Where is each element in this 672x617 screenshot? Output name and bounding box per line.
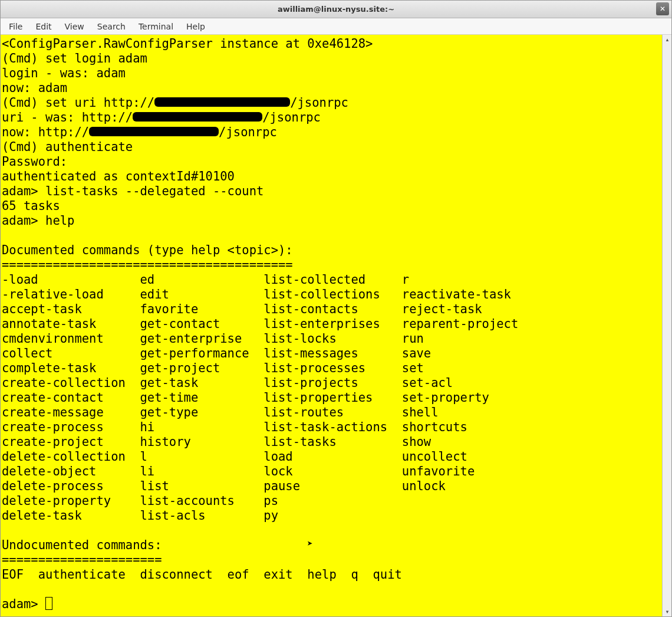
term-line: login - was: adam <box>2 66 126 80</box>
term-line: adam> help <box>2 214 74 228</box>
term-line: ====================== <box>2 553 162 567</box>
term-line: Documented commands (type help <topic>): <box>2 243 293 257</box>
term-line: (Cmd) set uri http:// <box>2 96 154 110</box>
term-line: (Cmd) set login adam <box>2 51 147 65</box>
term-line: now: http:// <box>2 125 89 139</box>
close-icon: ✕ <box>660 5 666 13</box>
text-cursor <box>45 597 52 610</box>
term-line: 65 tasks <box>2 199 60 213</box>
term-line: authenticated as contextId#10100 <box>2 169 235 183</box>
command-table: -load ed list-collected r -relative-load… <box>2 273 518 523</box>
term-line: ======================================== <box>2 258 293 272</box>
redacted-text <box>154 97 290 107</box>
term-line: /jsonrpc <box>219 125 277 139</box>
redacted-text <box>89 127 219 136</box>
menu-help[interactable]: Help <box>182 19 210 34</box>
menu-terminal[interactable]: Terminal <box>134 19 178 34</box>
titlebar: awilliam@linux-nysu.site:~ ✕ <box>1 1 671 18</box>
term-line: EOF authenticate disconnect eof exit hel… <box>2 567 402 582</box>
window-title: awilliam@linux-nysu.site:~ <box>278 5 394 14</box>
mouse-cursor-icon: ➤ <box>307 536 313 551</box>
menu-edit[interactable]: Edit <box>31 19 56 34</box>
term-line: Password: <box>2 155 67 169</box>
term-line: now: adam <box>2 81 67 95</box>
menu-file[interactable]: File <box>4 19 27 34</box>
scroll-up-icon[interactable]: ▴ <box>663 35 671 44</box>
close-button[interactable]: ✕ <box>656 2 669 15</box>
menu-view[interactable]: View <box>60 19 89 34</box>
terminal-wrap: <ConfigParser.RawConfigParser instance a… <box>1 35 671 616</box>
term-line: uri - was: http:// <box>2 110 133 124</box>
terminal-window: awilliam@linux-nysu.site:~ ✕ File Edit V… <box>0 0 672 617</box>
menubar: File Edit View Search Terminal Help <box>1 18 671 35</box>
term-line: /jsonrpc <box>290 96 348 110</box>
terminal-output[interactable]: <ConfigParser.RawConfigParser instance a… <box>1 35 662 616</box>
term-line: <ConfigParser.RawConfigParser instance a… <box>2 37 373 51</box>
menu-search[interactable]: Search <box>93 19 130 34</box>
term-line: /jsonrpc <box>262 110 321 124</box>
term-line: (Cmd) authenticate <box>2 140 133 154</box>
scrollbar[interactable]: ▴ ▾ <box>662 35 671 616</box>
scroll-down-icon[interactable]: ▾ <box>663 608 671 616</box>
prompt: adam> <box>2 597 45 611</box>
redacted-text <box>133 112 262 122</box>
term-line: adam> list-tasks --delegated --count <box>2 184 263 198</box>
term-line: Undocumented commands: <box>2 538 162 552</box>
